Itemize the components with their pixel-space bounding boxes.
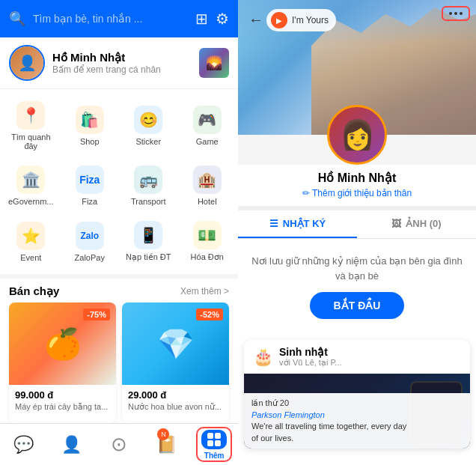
them-button[interactable]	[201, 430, 227, 449]
product-discount-1: -75%	[83, 309, 110, 320]
transport-icon: 🚌	[134, 165, 162, 194]
left-panel: 🔍 ⊞ ⚙ 👤 Hồ Minh Nhật Bấm để xem trang cá…	[0, 0, 238, 465]
them-grid-icon	[207, 433, 221, 446]
nhat-ky-icon: ☰	[269, 218, 278, 229]
them-label: Thêm	[204, 452, 225, 460]
profile-edit-link[interactable]: ✏ Thêm giới thiệu bản thân	[302, 188, 412, 198]
product-card-2[interactable]: 💎 -52% 29.000 đ Nước hoa blue avon nữ...	[122, 303, 229, 423]
grid-item-zalopay[interactable]: Zalo ZaloPay	[62, 215, 118, 268]
nav-item-messages[interactable]: 💬	[0, 424, 48, 465]
anh-label: ẢNH (0)	[406, 218, 441, 229]
game-label: Game	[196, 137, 219, 146]
fiza-label: Fiza	[82, 197, 97, 206]
music-pill[interactable]: ▶ I'm Yours	[266, 9, 336, 31]
music-label: I'm Yours	[292, 15, 329, 25]
settings-icon[interactable]: ⚙	[216, 10, 229, 28]
bottom-nav: 💬 👤 ⊙ 📔 N Thêm	[0, 423, 238, 465]
bat-dau-button[interactable]: BẮT ĐẦU	[310, 292, 405, 319]
diary-empty-state: Nơi lưu giữ những kỷ niệm của bạn bên gi…	[238, 239, 476, 334]
tab-anh[interactable]: 🖼 ẢNH (0)	[357, 210, 476, 238]
hotel-label: Hotel	[198, 197, 217, 206]
birthday-quote2: of our lives.	[251, 433, 463, 444]
tab-nhat-ky[interactable]: ☰ NHẬT KÝ	[238, 210, 357, 238]
hotel-icon: 🏨	[193, 165, 222, 194]
right-panel: ← ▶ I'm Yours 👩 Hồ Minh Nhật ✏ Thêm giới…	[238, 0, 476, 465]
birthday-title: Sinh nhật	[279, 346, 342, 358]
tim-quanh-day-icon: 📍	[16, 101, 45, 130]
xem-them-link[interactable]: Xem thêm >	[180, 286, 229, 297]
zalopay-icon: Zalo	[76, 222, 104, 250]
egovernment-icon: 🏛️	[16, 165, 45, 194]
more-button[interactable]	[442, 6, 470, 21]
product-discount-2: -52%	[196, 309, 223, 320]
avatar: 👤	[9, 45, 45, 81]
nap-tien-label: Nạp tiền ĐT	[126, 252, 171, 262]
grid-item-hoa-don[interactable]: 💵 Hóa Đơn	[180, 215, 236, 268]
profile-sub: Bấm để xem trang cá nhân	[52, 64, 192, 75]
birthday-sub: với Vũ Lê, tại P...	[279, 358, 342, 368]
tim-quanh-day-label: Tìm quanh đây	[6, 133, 56, 151]
products-row: 🍊 -75% 99.000 đ Máy ép trái cây bằng ta.…	[0, 303, 238, 423]
nav-item-diary[interactable]: 📔 N	[143, 424, 191, 465]
shop-label: Shop	[80, 137, 100, 146]
birthday-overlay: lần thứ 20 Parkson Flemington We're all …	[244, 393, 470, 449]
shop-icon: 🛍️	[76, 106, 104, 134]
nav-item-contacts[interactable]: 👤	[48, 424, 96, 465]
search-input[interactable]	[33, 13, 188, 25]
hoa-don-label: Hóa Đơn	[191, 252, 224, 262]
nav-item-discover[interactable]: ⊙	[95, 424, 143, 465]
sticker-label: Sticker	[135, 137, 161, 146]
profile-row[interactable]: 👤 Hồ Minh Nhật Bấm để xem trang cá nhân …	[0, 37, 238, 89]
qr-icon[interactable]: ⊞	[195, 10, 208, 28]
grid-item-event[interactable]: ⭐ Event	[3, 215, 59, 268]
egovernment-label: eGovernm...	[8, 197, 54, 206]
cover-area: ← ▶ I'm Yours 👩	[238, 0, 476, 165]
ban-chay-title: Bán chạy	[9, 285, 59, 298]
grid-item-fiza[interactable]: Fiza Fiza	[62, 159, 118, 212]
grid-item-nap-tien[interactable]: 📱 Nạp tiền ĐT	[120, 215, 177, 268]
profile-thumbnail: 🌄	[199, 48, 229, 78]
product-card-1[interactable]: 🍊 -75% 99.000 đ Máy ép trái cây bằng ta.…	[9, 303, 116, 423]
fiza-icon: Fiza	[76, 165, 104, 194]
transport-label: Transport	[131, 197, 166, 206]
product-name-1: Máy ép trái cây bằng ta...	[15, 402, 110, 412]
birthday-quote1: We're all traveling time together, every…	[251, 421, 463, 432]
birthday-location: Parkson Flemington	[251, 410, 463, 421]
birthday-line1: lần thứ 20	[251, 398, 463, 409]
birthday-image: lần thứ 20 Parkson Flemington We're all …	[244, 374, 470, 449]
grid-item-sticker[interactable]: 😊 Sticker	[120, 95, 177, 156]
profile-name: Hồ Minh Nhật	[52, 51, 192, 64]
anh-icon: 🖼	[391, 218, 401, 229]
grid-item-transport[interactable]: 🚌 Transport	[120, 159, 177, 212]
cover-avatar: 👩	[327, 105, 387, 165]
grid-item-tim-quanh-day[interactable]: 📍 Tìm quanh đây	[3, 95, 59, 156]
sticker-icon: 😊	[134, 106, 162, 134]
contacts-icon: 👤	[61, 435, 82, 455]
nav-item-them[interactable]: Thêm	[190, 424, 238, 465]
hoa-don-icon: 💵	[193, 221, 222, 249]
profile-section-name: Hồ Minh Nhật	[318, 171, 396, 185]
search-bar: 🔍 ⊞ ⚙	[0, 0, 238, 37]
event-label: Event	[20, 253, 41, 262]
ban-chay-header: Bán chạy Xem thêm >	[0, 279, 238, 303]
product-price-1: 99.000 đ	[15, 389, 110, 401]
event-icon: ⭐	[16, 222, 45, 250]
messages-icon: 💬	[13, 435, 34, 455]
birthday-card-header: 🎂 Sinh nhật với Vũ Lê, tại P...	[244, 340, 470, 374]
product-name-2: Nước hoa blue avon nữ...	[128, 402, 223, 412]
nap-tien-icon: 📱	[134, 221, 162, 249]
music-play-button[interactable]: ▶	[271, 12, 287, 28]
profile-tabs: ☰ NHẬT KÝ 🖼 ẢNH (0)	[238, 210, 476, 239]
grid-item-shop[interactable]: 🛍️ Shop	[62, 95, 118, 156]
profile-content: Nơi lưu giữ những kỷ niệm của bạn bên gi…	[238, 239, 476, 465]
game-icon: 🎮	[193, 106, 222, 134]
back-button[interactable]: ←	[244, 7, 268, 31]
grid-item-game[interactable]: 🎮 Game	[180, 95, 236, 156]
search-icon: 🔍	[9, 10, 25, 27]
grid-item-hotel[interactable]: 🏨 Hotel	[180, 159, 236, 212]
grid-item-egovernment[interactable]: 🏛️ eGovernm...	[3, 159, 59, 212]
profile-section: Hồ Minh Nhật ✏ Thêm giới thiệu bản thân	[238, 165, 476, 210]
diary-description: Nơi lưu giữ những kỷ niệm của bạn bên gi…	[250, 254, 464, 283]
zalopay-label: ZaloPay	[75, 253, 105, 262]
birthday-card[interactable]: 🎂 Sinh nhật với Vũ Lê, tại P... lần thứ …	[244, 340, 470, 449]
